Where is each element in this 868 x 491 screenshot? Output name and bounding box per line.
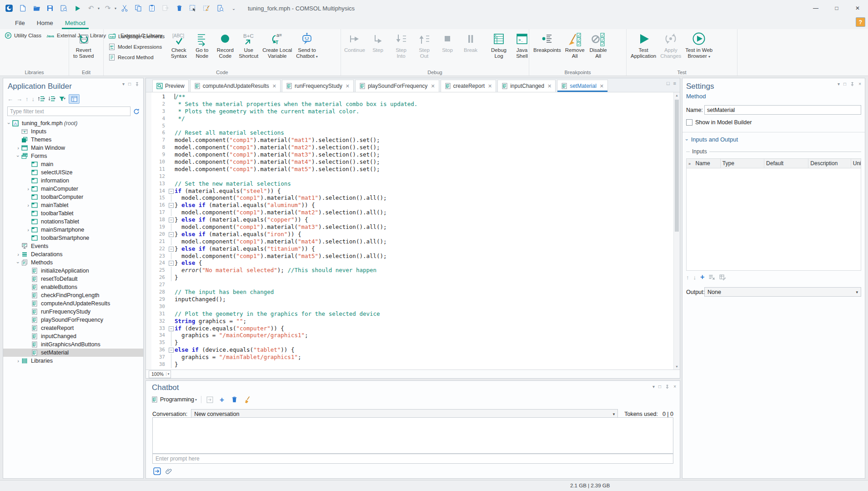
tree-item-selectuisize[interactable]: selectUISize [3, 168, 143, 177]
close-tab-icon[interactable]: ✕ [488, 83, 492, 89]
editor-tab-preview[interactable]: Preview [152, 80, 189, 92]
expander-closed-icon[interactable]: › [25, 227, 31, 233]
new-file-icon[interactable] [17, 3, 28, 14]
ribbon-button-check-syntax[interactable]: [ABC]CheckSyntax [168, 30, 190, 59]
editor-tab-menu-icon[interactable]: ≡ [673, 81, 676, 86]
tree-item-libraries[interactable]: ›Libraries [3, 357, 143, 365]
open-icon[interactable] [31, 3, 42, 14]
tree-item-main[interactable]: main [3, 160, 143, 168]
panel-menu-icon[interactable]: ▾ [652, 385, 655, 389]
tree-item-mainsmartphone[interactable]: ›mainSmartphone [3, 226, 143, 234]
ribbon-button-test-application[interactable]: TestApplication [629, 30, 657, 59]
editor-tab-createreport[interactable]: createReport✕ [441, 80, 497, 92]
expander-closed-icon[interactable]: › [15, 252, 21, 257]
show-in-model-builder-checkbox[interactable] [686, 119, 692, 126]
menu-tab-file[interactable]: File [9, 18, 31, 29]
comsol-logo[interactable] [4, 3, 15, 14]
ribbon-button-remove-all[interactable]: RemoveAll [564, 30, 586, 59]
ribbon-button-record-code[interactable]: RecordCode [214, 30, 236, 59]
pin-icon[interactable] [665, 384, 670, 389]
delete-input-icon[interactable] [708, 274, 715, 280]
fold-toggle-icon[interactable]: − [169, 348, 174, 353]
ribbon-button-disable-all[interactable]: DisableAll [587, 30, 609, 59]
attach-file-icon[interactable] [166, 468, 172, 475]
expander-closed-icon[interactable]: › [25, 186, 31, 192]
tree-item-forms[interactable]: ›Forms [3, 152, 143, 160]
method-name-field[interactable] [704, 105, 861, 115]
fold-toggle-icon[interactable]: − [169, 232, 174, 237]
chevron-down-icon[interactable]: ▾ [115, 6, 116, 10]
close-panel-icon[interactable]: × [673, 385, 676, 389]
tree-item-runfrequencystudy[interactable]: runFrequencyStudy [3, 308, 143, 316]
ribbon-button-language-elements[interactable]: ABCLanguage Elements [106, 31, 166, 41]
move-up-icon[interactable]: ↑ [686, 274, 689, 280]
editor-tab-computeandupdateresults[interactable]: computeAndUpdateResults✕ [190, 80, 281, 92]
tree-item-computeandupdateresults[interactable]: computeAndUpdateResults [3, 299, 143, 308]
float-panel-icon[interactable]: □ [658, 385, 661, 389]
tree-item-main-window[interactable]: ›Main Window [3, 144, 143, 152]
copy-icon[interactable] [133, 3, 144, 14]
refresh-icon[interactable] [133, 108, 140, 115]
clear-selection-icon[interactable] [201, 3, 212, 14]
clear-conversation-icon[interactable] [242, 395, 251, 404]
forward-icon[interactable]: → [16, 96, 22, 102]
fold-toggle-icon[interactable]: − [169, 203, 174, 208]
tree-item-playsoundforfrequency[interactable]: playSoundForFrequency [3, 316, 143, 324]
close-tab-icon[interactable]: ✕ [272, 83, 276, 89]
tree-item-declarations[interactable]: ›Declarations [3, 250, 143, 258]
tree-item-themes[interactable]: Themes [3, 136, 143, 144]
new-conversation-icon[interactable]: + [218, 395, 226, 404]
close-tab-icon[interactable]: ✕ [431, 83, 435, 89]
collapse-all-button[interactable]: ▾ [38, 96, 45, 102]
run-icon[interactable] [72, 3, 83, 14]
select-region-icon[interactable] [187, 3, 198, 14]
expander-closed-icon[interactable]: › [15, 358, 21, 364]
tree-item-notationstablet[interactable]: notationsTablet [3, 218, 143, 226]
tree-item-toolbarcomputer[interactable]: toolbarComputer [3, 193, 143, 201]
save-preview-icon[interactable] [58, 3, 69, 14]
redo-icon[interactable]: ↷ [102, 3, 113, 14]
output-select[interactable]: None ▾ [704, 287, 861, 297]
menu-tab-home[interactable]: Home [31, 18, 59, 29]
undo-icon[interactable]: ↶ [85, 3, 96, 14]
menu-tab-method[interactable]: Method [59, 18, 91, 29]
move-up-icon[interactable]: ↑ [25, 96, 29, 102]
chevron-down-icon[interactable]: ▾ [98, 6, 100, 10]
move-down-icon[interactable]: ↓ [32, 96, 35, 102]
close-tab-icon[interactable]: ✕ [600, 83, 604, 89]
float-panel-icon[interactable]: □ [843, 82, 846, 86]
close-tab-icon[interactable]: ✕ [547, 83, 552, 89]
tree-item-information[interactable]: information [3, 177, 143, 185]
editor-vertical-scrollbar[interactable]: ▲ ▼ [673, 92, 680, 370]
find-icon[interactable] [215, 3, 226, 14]
expander-open-icon[interactable]: › [15, 259, 21, 266]
send-to-editor-icon[interactable] [206, 395, 214, 404]
filter-button[interactable]: ▾ [59, 96, 65, 102]
more-commands-icon[interactable]: ⌄ [228, 3, 239, 14]
tree-item-inputchanged[interactable]: inputChanged [3, 332, 143, 340]
tree-item-toolbartablet[interactable]: toolbarTablet [3, 209, 143, 218]
move-down-icon[interactable]: ↓ [693, 274, 697, 280]
tree-item-events[interactable]: Events [3, 242, 143, 250]
fold-toggle-icon[interactable]: − [169, 189, 174, 194]
ribbon-button-utility-class[interactable]: Utility Class [3, 30, 43, 40]
chatbot-mode-button[interactable]: Programming ▾ [151, 396, 197, 403]
panel-menu-icon[interactable]: ▾ [838, 82, 840, 86]
close-panel-icon[interactable]: × [858, 82, 861, 86]
breakpoint-margin[interactable] [146, 92, 151, 370]
tree-item-tuning-fork-mph[interactable]: ›Atuning_fork.mph(root) [3, 119, 143, 127]
fold-toggle-icon[interactable]: − [169, 218, 174, 223]
save-icon[interactable] [45, 3, 55, 14]
fold-toggle-icon[interactable]: − [169, 261, 174, 266]
ribbon-button-model-expressions[interactable]: a=Model Expressions [106, 42, 166, 51]
float-panel-icon[interactable]: □ [128, 82, 131, 86]
pin-icon[interactable] [850, 81, 855, 86]
tree-item-setmaterial[interactable]: setMaterial [3, 349, 143, 357]
scrollbar-thumb[interactable] [675, 100, 679, 232]
ribbon-button-revert-to-saved[interactable]: Revertto Saved [72, 30, 95, 59]
minimize-button[interactable]: — [805, 0, 826, 16]
scroll-up-icon[interactable]: ▲ [674, 94, 680, 97]
tree-item-maintablet[interactable]: ›mainTablet [3, 201, 143, 209]
ribbon-button-send-to-chatbot[interactable]: Send toChatbot ▾ [295, 30, 319, 60]
help-button[interactable]: ? [856, 17, 865, 27]
